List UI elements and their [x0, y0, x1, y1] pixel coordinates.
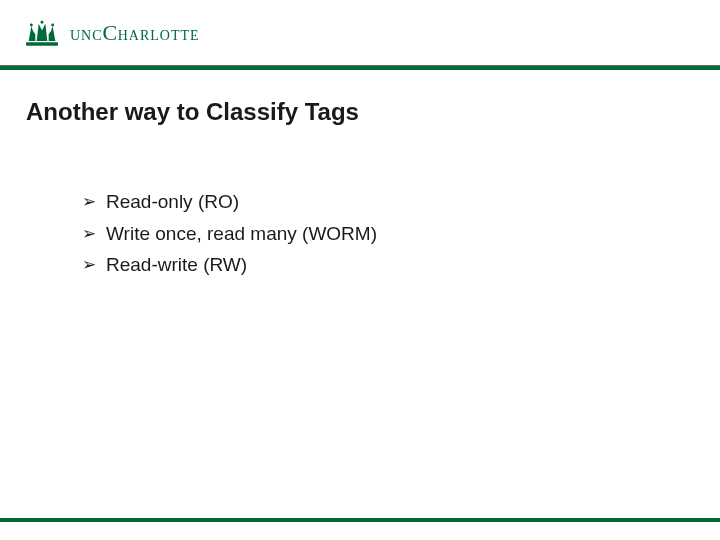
svg-point-3: [51, 23, 54, 26]
slide-title: Another way to Classify Tags: [26, 98, 694, 126]
slide-content: Another way to Classify Tags ➢ Read-only…: [0, 66, 720, 278]
slide-header: UNC C HARLOTTE: [0, 0, 720, 66]
wordmark-suffix: HARLOTTE: [118, 28, 200, 44]
chevron-right-icon: ➢: [82, 191, 96, 214]
list-item: ➢ Read-write (RW): [82, 252, 694, 278]
footer-accent-bar: [0, 518, 720, 522]
chevron-right-icon: ➢: [82, 223, 96, 246]
chevron-right-icon: ➢: [82, 254, 96, 277]
bullet-text: Write once, read many (WORM): [106, 221, 377, 247]
list-item: ➢ Read-only (RO): [82, 189, 694, 215]
crown-icon: [22, 18, 62, 48]
list-item: ➢ Write once, read many (WORM): [82, 221, 694, 247]
university-logo: UNC C HARLOTTE: [22, 18, 200, 48]
title-underline: [26, 144, 694, 145]
bullet-text: Read-write (RW): [106, 252, 247, 278]
bullet-text: Read-only (RO): [106, 189, 239, 215]
bullet-list: ➢ Read-only (RO) ➢ Write once, read many…: [82, 189, 694, 278]
university-wordmark: UNC C HARLOTTE: [70, 20, 200, 46]
wordmark-big-c: C: [103, 20, 118, 46]
wordmark-prefix: UNC: [70, 28, 103, 44]
svg-rect-0: [26, 42, 58, 45]
svg-point-2: [41, 20, 44, 23]
svg-point-1: [30, 23, 33, 26]
